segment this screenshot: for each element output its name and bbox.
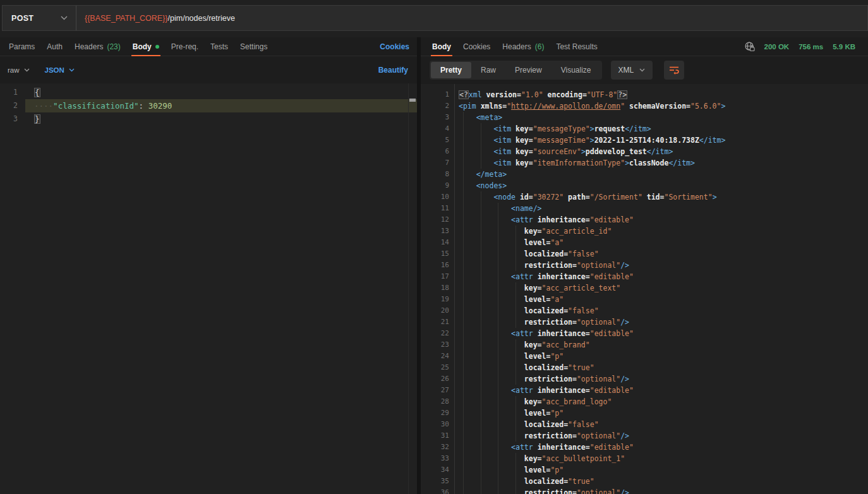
tab-label: Auth [47, 42, 63, 51]
response-tabs: BodyCookiesHeaders(6)Test Results [430, 37, 607, 56]
body-language-select[interactable]: JSON [45, 66, 75, 74]
method-select[interactable]: POST [3, 6, 76, 30]
line-number: 5 [421, 135, 454, 146]
tab-label: Body [432, 42, 451, 51]
tab-settings[interactable]: Settings [238, 37, 270, 56]
code-token: } [34, 114, 40, 124]
cookies-link[interactable]: Cookies [376, 37, 413, 56]
line-number: 2 [421, 100, 454, 112]
indent-guide [463, 180, 464, 191]
code-token: <? [459, 90, 469, 99]
code-token: <node [459, 193, 515, 202]
indent-guide [515, 316, 516, 328]
indent-guide [498, 373, 498, 385]
format-select[interactable]: XML [611, 61, 653, 80]
view-tab-preview[interactable]: Preview [505, 62, 552, 78]
code-line-content: ····"classificationId": 30290 [25, 99, 417, 112]
line-number: 33 [421, 453, 454, 464]
view-tab-raw[interactable]: Raw [471, 62, 505, 78]
code-token: level= [459, 352, 550, 361]
code-token: /> [620, 488, 629, 494]
code-token: localized= [459, 477, 568, 486]
tab-label: Cookies [463, 42, 490, 51]
indent-guide [481, 260, 481, 271]
tab-auth[interactable]: Auth [44, 37, 65, 56]
active-tab-underline [131, 55, 160, 56]
spacer [607, 37, 744, 56]
code-line-content: restriction="optional"/> [454, 430, 868, 442]
indent-guide [481, 476, 481, 487]
indent-guide [515, 237, 516, 248]
indent-guide [481, 203, 481, 214]
code-line: 2<pim xmlns="http://www.apollon.de/omn" … [421, 100, 868, 112]
tab-params[interactable]: Params [6, 37, 37, 56]
line-number: 34 [421, 464, 454, 476]
request-body-editor[interactable]: 1{2····"classificationId": 302903} [0, 83, 417, 494]
tab-headers[interactable]: Headers(6) [500, 37, 546, 56]
request-panel: ParamsAuthHeaders(23)BodyPre-req.TestsSe… [0, 37, 417, 494]
indent-guide [481, 157, 481, 169]
code-line-content: restriction="optional"/> [454, 260, 868, 271]
beautify-button[interactable]: Beautify [375, 66, 412, 75]
code-token: <itm [459, 147, 511, 156]
code-line-content: level="p" [454, 407, 868, 419]
line-number: 20 [421, 305, 454, 316]
line-number: 8 [421, 169, 454, 180]
code-token: <itm [459, 159, 511, 167]
indent-guide [463, 214, 464, 226]
indent-guide [498, 305, 498, 316]
tab-tests[interactable]: Tests [208, 37, 231, 56]
code-line-content: <attr inheritance="editable" [454, 385, 868, 396]
tab-count-badge: (6) [535, 42, 545, 51]
tab-test-results[interactable]: Test Results [553, 37, 600, 56]
indent-guide [463, 407, 464, 419]
tab-body[interactable]: Body [130, 37, 162, 56]
tab-headers[interactable]: Headers(23) [72, 37, 123, 56]
code-token: /> [620, 375, 629, 383]
code-line: 35 localized="true" [421, 476, 868, 487]
view-tab-pretty[interactable]: Pretty [431, 62, 471, 78]
code-line: 27 <attr inheritance="editable" [421, 385, 868, 396]
code-line-content: <itm key="itemInformationType">classNode… [454, 157, 868, 169]
indent-guide [481, 271, 481, 282]
url-input[interactable]: {{BASE_PATH_CORE}}/pim/nodes/retrieve [76, 6, 867, 30]
code-line-content: <name/> [454, 203, 868, 214]
indent-guide [481, 328, 481, 339]
indent-guide [498, 407, 498, 419]
code-token: </itm> [668, 159, 695, 167]
indent-guide [463, 123, 464, 135]
line-number: 10 [421, 191, 454, 203]
indent-guide [481, 419, 481, 430]
code-token: key= [511, 159, 533, 167]
wrap-lines-button[interactable] [664, 61, 684, 80]
indent-guide [481, 282, 481, 294]
code-token: </itm> [699, 136, 726, 145]
code-line: 23 key="acc_brand" [421, 339, 868, 351]
indent-guide [463, 169, 464, 180]
line-number: 21 [421, 316, 454, 328]
indent-guide [463, 112, 464, 123]
tab-cookies[interactable]: Cookies [461, 37, 493, 56]
view-tab-label: Pretty [440, 66, 462, 75]
indent-guide [481, 373, 481, 385]
editor-overview-track [408, 83, 409, 494]
code-token: request [594, 124, 625, 133]
line-number: 31 [421, 430, 454, 442]
tab-body[interactable]: Body [430, 37, 454, 56]
code-line: 31 restriction="optional"/> [421, 430, 868, 442]
indent-guide [481, 123, 481, 135]
indent-guide [481, 430, 481, 442]
indent-guide [463, 260, 464, 271]
response-body-viewer[interactable]: 1<?xml version="1.0" encoding="UTF-8"?>2… [421, 84, 868, 494]
body-mode-select[interactable]: raw [8, 66, 30, 74]
code-token: key= [459, 454, 542, 463]
code-token: level= [459, 409, 550, 418]
code-token: ?> [617, 90, 627, 99]
view-tab-visualize[interactable]: Visualize [552, 62, 601, 78]
line-number: 32 [421, 442, 454, 453]
indent-guide [481, 339, 481, 351]
code-line-content: key="acc_article_text" [454, 282, 868, 294]
code-token: "acc_brand_logo" [542, 397, 612, 406]
code-line-content: <node id="30272" path="/Sortiment" tid="… [454, 191, 868, 203]
tab-pre-req[interactable]: Pre-req. [169, 37, 201, 56]
